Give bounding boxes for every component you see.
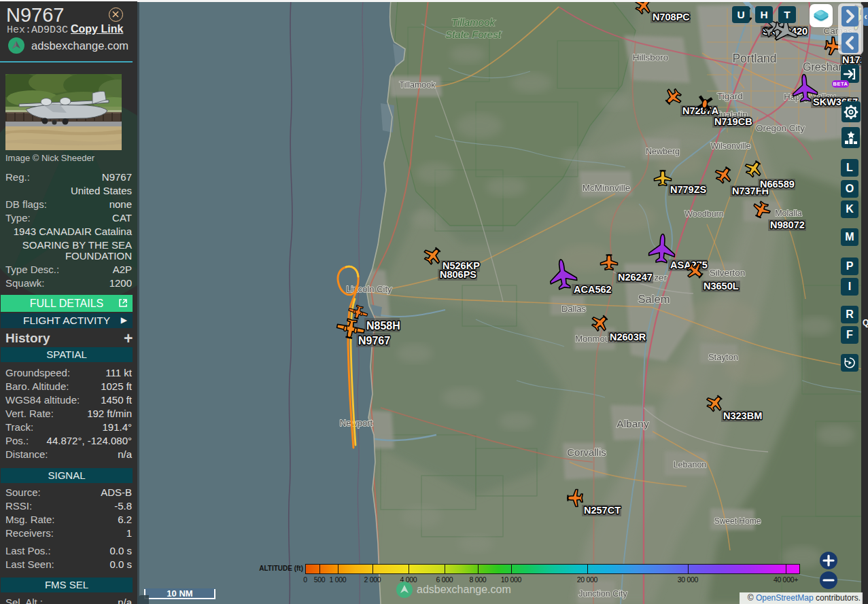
svg-text:Lebanon: Lebanon xyxy=(674,460,707,469)
svg-text:Salem: Salem xyxy=(638,293,670,305)
svg-text:Dallas: Dallas xyxy=(561,304,587,314)
svg-text:Albany: Albany xyxy=(617,418,649,429)
svg-text:Hillsboro: Hillsboro xyxy=(633,52,669,63)
svg-text:Molalla: Molalla xyxy=(775,209,802,218)
svg-text:Tillamook: Tillamook xyxy=(399,80,436,90)
svg-text:Stayton: Stayton xyxy=(708,352,738,362)
svg-text:N806PS: N806PS xyxy=(440,269,476,280)
svg-text:N3650L: N3650L xyxy=(704,281,739,291)
svg-text:N66589: N66589 xyxy=(760,179,795,190)
svg-text:Woodburn: Woodburn xyxy=(684,209,723,219)
svg-text:N323BM: N323BM xyxy=(723,410,762,421)
svg-text:N2603R: N2603R xyxy=(610,332,646,342)
svg-text:McMinnville: McMinnville xyxy=(583,183,631,193)
svg-text:ACA562: ACA562 xyxy=(574,284,612,295)
svg-text:N257CT: N257CT xyxy=(584,505,621,516)
svg-text:N719CB: N719CB xyxy=(714,116,752,127)
svg-text:Corvallis: Corvallis xyxy=(567,446,606,458)
svg-text:N708PC: N708PC xyxy=(653,12,690,22)
svg-text:Sweet Home: Sweet Home xyxy=(714,516,761,526)
svg-text:Tigard: Tigard xyxy=(717,91,743,101)
svg-text:Silverton: Silverton xyxy=(710,268,746,278)
svg-text:Oregon City: Oregon City xyxy=(756,123,805,133)
svg-text:N98072: N98072 xyxy=(770,219,805,230)
svg-text:N779ZS: N779ZS xyxy=(670,184,707,195)
svg-text:Newport: Newport xyxy=(340,418,373,428)
svg-text:State Forest: State Forest xyxy=(445,29,502,40)
svg-text:N26247: N26247 xyxy=(618,272,653,283)
svg-text:N858H: N858H xyxy=(366,320,400,332)
svg-text:Junction City: Junction City xyxy=(578,589,627,599)
svg-text:N9767: N9767 xyxy=(358,335,390,347)
svg-text:Newberg: Newberg xyxy=(646,147,680,156)
svg-text:Portland: Portland xyxy=(732,52,776,65)
svg-text:Tillamook: Tillamook xyxy=(451,16,496,28)
svg-text:Wilsonville: Wilsonville xyxy=(710,141,750,151)
